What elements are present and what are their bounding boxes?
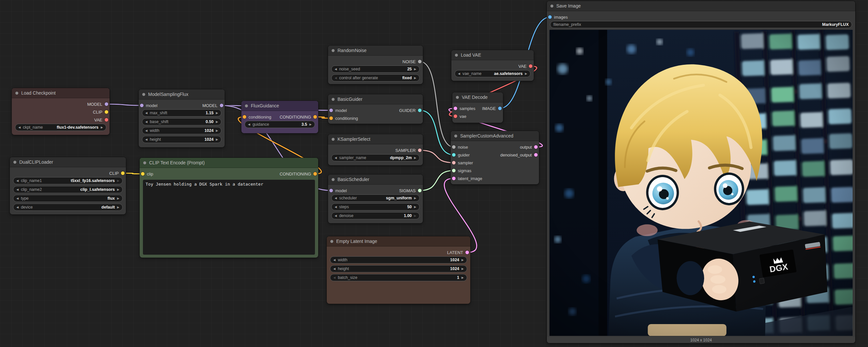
widget-batch-size[interactable]: ◀batch_size1▶: [330, 274, 467, 281]
node-title-bar[interactable]: Save Image: [547, 1, 855, 11]
input-socket-vae[interactable]: [454, 115, 457, 118]
decrement-arrow-icon[interactable]: ◀: [18, 126, 21, 129]
collapse-dot-icon[interactable]: [142, 93, 145, 96]
input-socket-noise[interactable]: [452, 145, 456, 149]
decrement-arrow-icon[interactable]: ◀: [333, 276, 336, 279]
widget-device[interactable]: ◀devicedefault▶: [13, 204, 123, 211]
decrement-arrow-icon[interactable]: ◀: [335, 77, 337, 80]
output-socket-CLIP[interactable]: [121, 172, 125, 175]
node-flux-guidance[interactable]: FluxGuidanceconditioningCONDITIONING◀gui…: [241, 101, 318, 133]
node-title-bar[interactable]: Empty Latent Image: [327, 236, 470, 247]
node-title-bar[interactable]: RandomNoise: [328, 46, 423, 56]
node-basic-guider[interactable]: BasicGuidermodelGUIDERconditioning: [328, 94, 423, 124]
input-socket-images[interactable]: [548, 16, 552, 19]
input-socket-clip[interactable]: [141, 172, 145, 176]
widget-steps[interactable]: ◀steps50▶: [331, 203, 420, 210]
node-model-sampling-flux[interactable]: ModelSamplingFluxmodelMODEL◀max_shift1.1…: [139, 89, 225, 147]
output-socket-LATENT[interactable]: [465, 251, 469, 254]
collapse-dot-icon[interactable]: [332, 98, 335, 101]
input-socket-model[interactable]: [140, 104, 144, 107]
widget-width[interactable]: ◀width1024▶: [142, 127, 221, 134]
collapse-dot-icon[interactable]: [456, 96, 459, 99]
decrement-arrow-icon[interactable]: ◀: [17, 206, 19, 209]
decrement-arrow-icon[interactable]: ◀: [145, 138, 148, 141]
increment-arrow-icon[interactable]: ▶: [525, 73, 527, 75]
input-socket-samples[interactable]: [454, 107, 457, 110]
widget-max-shift[interactable]: ◀max_shift1.15▶: [142, 109, 221, 117]
node-clip-text-encode[interactable]: CLIP Text Encode (Prompt)clipCONDITIONIN…: [140, 158, 318, 258]
decrement-arrow-icon[interactable]: ◀: [333, 267, 336, 270]
widget-height[interactable]: ◀height1024▶: [330, 265, 467, 272]
prompt-textarea[interactable]: Toy Jensen holding a DGX Spark in a data…: [143, 180, 315, 255]
output-socket-VAE[interactable]: [105, 118, 108, 122]
input-socket-guider[interactable]: [452, 153, 456, 157]
node-title-bar[interactable]: BasicScheduler: [328, 174, 423, 185]
node-basic-scheduler[interactable]: BasicSchedulermodelSIGMAS◀schedulersgm_u…: [328, 174, 423, 223]
collapse-dot-icon[interactable]: [332, 49, 335, 52]
increment-arrow-icon[interactable]: ▶: [117, 188, 119, 191]
decrement-arrow-icon[interactable]: ◀: [333, 259, 336, 262]
increment-arrow-icon[interactable]: ▶: [462, 276, 464, 279]
input-socket-sigmas[interactable]: [452, 169, 456, 173]
increment-arrow-icon[interactable]: ▶: [462, 259, 464, 262]
widget-noise-seed[interactable]: ◀noise_seed25▶: [331, 65, 420, 73]
collapse-dot-icon[interactable]: [454, 135, 457, 138]
widget-sampler-name[interactable]: ◀sampler_namedpmpp_2m▶: [331, 154, 420, 162]
increment-arrow-icon[interactable]: ▶: [117, 206, 119, 209]
decrement-arrow-icon[interactable]: ◀: [17, 179, 19, 182]
node-title-bar[interactable]: DualCLIPLoader: [10, 157, 126, 167]
increment-arrow-icon[interactable]: ▶: [216, 129, 218, 132]
widget-type[interactable]: ◀typeflux▶: [13, 195, 123, 202]
output-socket-SAMPLER[interactable]: [418, 149, 422, 152]
widget-clip-name2[interactable]: ◀clip_name2clip_l.safetensors▶: [13, 186, 123, 193]
node-title-bar[interactable]: FluxGuidance: [241, 101, 318, 111]
node-load-vae[interactable]: Load VAEVAE◀vae_nameae.safetensors▶: [451, 50, 534, 81]
collapse-dot-icon[interactable]: [455, 54, 458, 57]
increment-arrow-icon[interactable]: ▶: [101, 126, 103, 129]
node-sampler-custom-advanced[interactable]: SamplerCustomAdvancednoiseoutputguiderde…: [451, 131, 539, 184]
collapse-dot-icon[interactable]: [13, 161, 17, 164]
node-title-bar[interactable]: VAE Decode: [452, 92, 503, 103]
node-ksampler-select[interactable]: KSamplerSelectSAMPLER◀sampler_namedpmpp_…: [328, 134, 423, 165]
input-socket-model[interactable]: [329, 109, 333, 112]
decrement-arrow-icon[interactable]: ◀: [17, 197, 19, 200]
increment-arrow-icon[interactable]: ▶: [216, 120, 218, 123]
collapse-dot-icon[interactable]: [143, 162, 146, 164]
decrement-arrow-icon[interactable]: ◀: [335, 214, 337, 218]
increment-arrow-icon[interactable]: ▶: [414, 68, 416, 71]
output-socket-MODEL[interactable]: [220, 104, 223, 107]
decrement-arrow-icon[interactable]: ◀: [335, 68, 337, 71]
increment-arrow-icon[interactable]: ▶: [414, 214, 416, 218]
node-vae-decode[interactable]: VAE DecodesamplesIMAGEvae: [452, 92, 503, 123]
collapse-dot-icon[interactable]: [330, 240, 333, 243]
increment-arrow-icon[interactable]: ▶: [117, 197, 119, 200]
increment-arrow-icon[interactable]: ▶: [414, 206, 416, 208]
widget-scheduler[interactable]: ◀schedulersgm_uniform▶: [331, 195, 420, 202]
node-title-bar[interactable]: KSamplerSelect: [328, 134, 423, 144]
widget-vae-name[interactable]: ◀vae_nameae.safetensors▶: [455, 70, 530, 77]
input-socket-model[interactable]: [329, 189, 333, 193]
widget-width[interactable]: ◀width1024▶: [330, 256, 467, 263]
node-random-noise[interactable]: RandomNoiseNOISE◀noise_seed25▶◀control a…: [328, 46, 423, 84]
increment-arrow-icon[interactable]: ▶: [414, 77, 416, 80]
node-load-checkpoint[interactable]: Load CheckpointMODELCLIPVAE◀ckpt_nameflu…: [12, 88, 110, 135]
collapse-dot-icon[interactable]: [245, 105, 248, 107]
increment-arrow-icon[interactable]: ▶: [216, 112, 218, 115]
increment-arrow-icon[interactable]: ▶: [414, 156, 416, 160]
node-title-bar[interactable]: Load VAE: [451, 50, 534, 60]
widget-height[interactable]: ◀height1024▶: [142, 136, 221, 143]
decrement-arrow-icon[interactable]: ◀: [248, 123, 250, 126]
decrement-arrow-icon[interactable]: ◀: [335, 156, 337, 160]
node-save-image[interactable]: Save Image1024 x 1024imagesfilename_pref…: [547, 1, 855, 343]
widget-ckpt-name[interactable]: ◀ckpt_nameflux1-dev.safetensors▶: [15, 124, 106, 131]
node-graph-canvas[interactable]: Load CheckpointMODELCLIPVAE◀ckpt_nameflu…: [0, 0, 868, 347]
widget-guidance[interactable]: ◀guidance3.5▶: [245, 121, 315, 128]
output-socket-CLIP[interactable]: [105, 110, 108, 114]
decrement-arrow-icon[interactable]: ◀: [145, 112, 148, 115]
collapse-dot-icon[interactable]: [16, 92, 18, 95]
output-socket-GUIDER[interactable]: [418, 109, 422, 112]
output-socket-CONDITIONING[interactable]: [313, 115, 317, 119]
output-socket-VAE[interactable]: [529, 64, 532, 68]
output-socket-denoised-output[interactable]: [534, 153, 538, 157]
widget-filename-prefix[interactable]: filename_prefixMarkuryFLUX: [550, 21, 852, 28]
